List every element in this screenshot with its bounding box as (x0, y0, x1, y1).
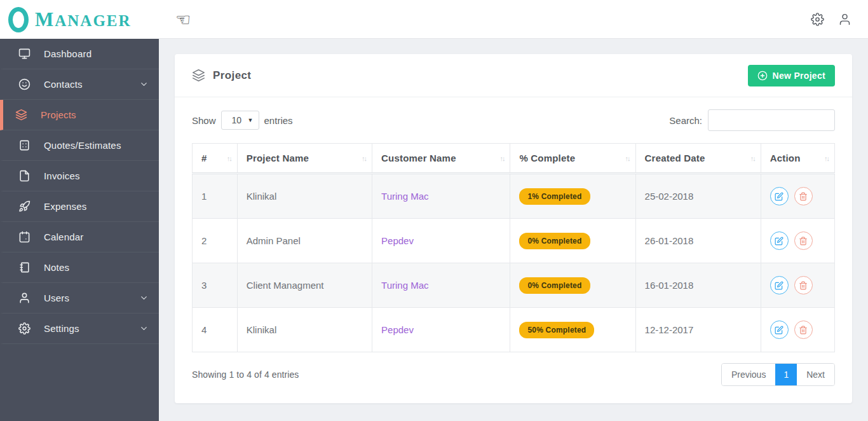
project-name-cell: Client Managment (237, 263, 372, 308)
table-row: 3 Client Managment Turing Mac 0% Complet… (193, 263, 835, 308)
delete-button[interactable] (794, 276, 813, 294)
column-header-action[interactable]: Action (761, 144, 834, 174)
user-icon (18, 292, 31, 305)
pagination: Previous 1 Next (721, 363, 835, 386)
edit-button[interactable] (770, 187, 789, 205)
sidebar-item-dashboard[interactable]: Dashboard (0, 39, 159, 69)
completion-badge: 50% Completed (519, 322, 594, 338)
project-name-cell: Klinikal (237, 174, 372, 219)
row-number: 3 (193, 263, 238, 308)
sidebar-item-users[interactable]: Users (0, 283, 159, 314)
page-size-select-wrap: 10 (221, 111, 259, 130)
sidebar-item-label: Quotes/Estimates (44, 140, 149, 151)
search-label: Search: (669, 115, 702, 126)
project-card: Project New Project Show 10 (175, 54, 852, 403)
sidebar-item-contacts[interactable]: Contacts (0, 69, 159, 100)
sidebar-item-label: Calendar (44, 231, 149, 242)
page-content: Project New Project Show 10 (159, 39, 868, 421)
sidebar-item-label: Contacts (44, 79, 139, 90)
completion-badge: 0% Completed (519, 277, 590, 294)
column-header-percent-complete[interactable]: % Complete (510, 144, 635, 174)
edit-icon (775, 281, 783, 290)
table-controls: Show 10 entries Search: (192, 109, 835, 131)
sidebar-item-label: Dashboard (44, 48, 149, 59)
row-number: 1 (193, 174, 238, 219)
layers-icon (192, 69, 205, 82)
customer-link[interactable]: Turing Mac (381, 191, 428, 202)
delete-button[interactable] (794, 187, 813, 205)
new-project-label: New Project (773, 71, 825, 81)
monitor-icon (18, 48, 31, 60)
created-date-cell: 25-02-2018 (635, 174, 761, 219)
column-header-project-name[interactable]: Project Name (237, 144, 372, 174)
main-area: ☜ Project New Project (159, 0, 868, 421)
projects-table: # Project Name Customer Name % Complete … (192, 143, 835, 352)
sidebar-item-label: Expenses (44, 201, 149, 212)
smiley-icon (18, 78, 31, 91)
completion-badge: 0% Completed (519, 233, 590, 249)
table-row: 1 Klinikal Turing Mac 1% Completed 25-02… (193, 174, 835, 219)
pagination-previous-button[interactable]: Previous (722, 364, 775, 385)
sidebar-item-projects[interactable]: Projects (0, 100, 159, 130)
customer-link[interactable]: Turing Mac (381, 280, 428, 291)
sidebar-item-label: Settings (44, 323, 139, 334)
app-root: Manager Dashboard Contacts (0, 0, 868, 421)
logo-text: Manager (35, 8, 132, 31)
plus-circle-icon (757, 71, 768, 81)
customer-link[interactable]: Pepdev (381, 324, 414, 335)
user-icon[interactable] (838, 13, 851, 26)
table-head: # Project Name Customer Name % Complete … (193, 144, 835, 174)
sidebar-nav: Dashboard Contacts Projects (0, 39, 159, 344)
edit-button[interactable] (770, 276, 789, 294)
edit-icon (775, 192, 783, 201)
sidebar-item-expenses[interactable]: Expenses (0, 191, 159, 222)
gear-icon[interactable] (811, 13, 824, 26)
sidebar-item-settings[interactable]: Settings (0, 314, 159, 344)
search-input[interactable] (708, 109, 835, 131)
customer-link[interactable]: Pepdev (381, 235, 414, 246)
table-row: 2 Admin Panel Pepdev 0% Completed 26-01-… (193, 219, 835, 263)
edit-button[interactable] (770, 321, 789, 339)
table-body: 1 Klinikal Turing Mac 1% Completed 25-02… (193, 174, 835, 352)
sidebar-item-notes[interactable]: Notes (0, 252, 159, 283)
delete-button[interactable] (794, 231, 813, 250)
created-date-cell: 16-01-2018 (635, 263, 761, 308)
column-header-created-date[interactable]: Created Date (635, 144, 761, 174)
pagination-next-button[interactable]: Next (797, 364, 834, 385)
row-number: 2 (193, 219, 238, 263)
layers-icon (15, 109, 28, 121)
edit-button[interactable] (770, 231, 789, 250)
created-date-cell: 26-01-2018 (635, 219, 761, 263)
row-number: 4 (193, 308, 238, 352)
sidebar: Manager Dashboard Contacts (0, 0, 159, 421)
show-label: Show (192, 115, 216, 126)
table-header-row: # Project Name Customer Name % Complete … (193, 144, 835, 174)
page-size-select[interactable]: 10 (221, 111, 259, 130)
column-header-customer-name[interactable]: Customer Name (372, 144, 510, 174)
pagination-page-1-button[interactable]: 1 (775, 364, 797, 385)
sort-icon (362, 155, 366, 162)
sort-icon (750, 155, 755, 162)
table-row: 4 Klinikal Pepdev 50% Completed 12-12-20… (193, 308, 835, 352)
app-logo[interactable]: Manager (0, 0, 159, 39)
new-project-button[interactable]: New Project (748, 65, 835, 86)
sort-icon (227, 155, 231, 162)
sidebar-item-label: Users (44, 293, 139, 303)
notebook-icon (18, 261, 31, 274)
created-date-cell: 12-12-2017 (635, 308, 761, 352)
sort-icon (625, 155, 630, 162)
gear-icon (18, 322, 31, 335)
hand-pointer-icon[interactable]: ☜ (175, 11, 191, 28)
delete-button[interactable] (794, 321, 813, 339)
topbar: ☜ (159, 0, 868, 39)
project-name-cell: Klinikal (237, 308, 372, 352)
calendar-icon (18, 231, 31, 244)
sidebar-item-calendar[interactable]: Calendar (0, 222, 159, 252)
edit-icon (775, 237, 783, 245)
column-header-number[interactable]: # (193, 144, 238, 174)
sidebar-item-label: Projects (41, 109, 149, 120)
sidebar-item-label: Invoices (44, 170, 149, 181)
sidebar-item-invoices[interactable]: Invoices (0, 161, 159, 191)
sidebar-item-quotes-estimates[interactable]: Quotes/Estimates (0, 130, 159, 161)
calculator-icon (18, 139, 31, 152)
